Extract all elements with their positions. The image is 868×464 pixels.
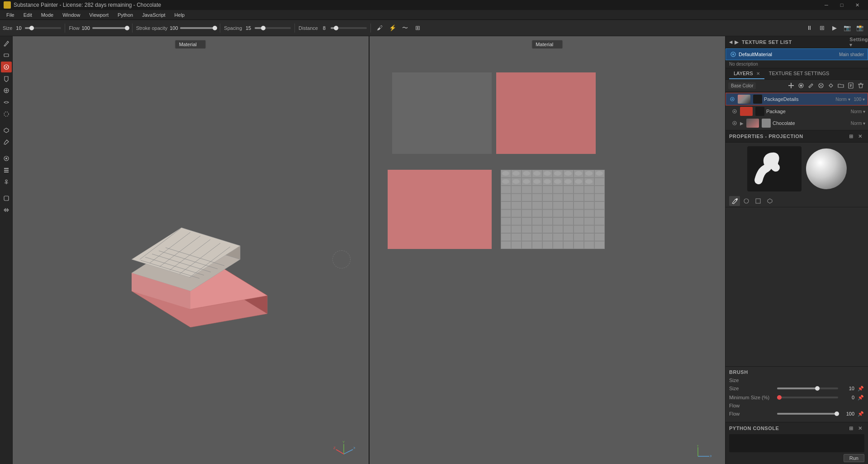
polygon-tool[interactable] — [1, 125, 12, 136]
visibility-chocolate[interactable] — [731, 120, 738, 127]
import-icon[interactable] — [846, 81, 855, 90]
layer-item-package[interactable]: Package Norm ▾ — [726, 105, 868, 117]
viewport-2d[interactable]: Material — [370, 36, 726, 464]
blur-tool[interactable] — [1, 109, 12, 120]
camera-btn[interactable]: 📷 — [842, 23, 853, 33]
fill-tool[interactable] — [1, 73, 12, 84]
layer-item-packagedetails[interactable]: PackageDetails Norm ▾ 100 ▾ — [726, 93, 868, 105]
svg-point-59 — [554, 179, 561, 184]
proj-tab-triplanar[interactable] — [764, 196, 775, 206]
edit-icon[interactable] — [806, 81, 816, 90]
texture-set-item[interactable]: DefaultMaterial Main shader — [726, 48, 868, 60]
distance-slider[interactable] — [331, 27, 367, 29]
base-color-dropdown[interactable]: Base Color — [728, 82, 756, 89]
flow-prop-slider[interactable] — [777, 413, 838, 415]
settings-label[interactable]: Settings ▾ — [856, 38, 864, 46]
render-btn[interactable]: ⊞ — [816, 23, 827, 33]
tab-texture-set-settings[interactable]: TEXTURE SET SETTINGS — [764, 68, 834, 79]
flow-label: Flow — [69, 25, 79, 31]
stroke-slider[interactable] — [180, 27, 216, 29]
layer-blend-package: Norm ▾ — [851, 109, 865, 114]
effects-icon[interactable] — [826, 81, 835, 90]
properties-header-btns: ⊞ ✕ — [847, 132, 864, 140]
smudge-tool[interactable] — [1, 97, 12, 108]
menu-item-file[interactable]: File — [2, 11, 19, 19]
svg-rect-0 — [4, 54, 9, 57]
console-run-button[interactable]: Run — [844, 454, 864, 462]
menu-item-help[interactable]: Help — [170, 11, 190, 19]
folder-expand-icon[interactable]: ▶ — [740, 121, 744, 126]
brush-minsize-prop: Minimum Size (%) 0 📌 — [729, 394, 864, 401]
svg-point-53 — [596, 171, 603, 176]
menu-item-mode[interactable]: Mode — [37, 11, 58, 19]
size-pin[interactable]: 📌 — [857, 385, 864, 392]
viewport-3d[interactable]: Material — [13, 36, 370, 464]
brush-btn[interactable]: 🖌 — [375, 23, 385, 33]
layers-tab-close[interactable]: ✕ — [756, 71, 760, 76]
console-close[interactable]: ✕ — [856, 424, 864, 432]
extra-tool2[interactable] — [1, 205, 12, 215]
anchor-tool[interactable] — [1, 177, 12, 187]
proj-tab-normal[interactable] — [741, 196, 752, 206]
layer-thumb-chocolate — [746, 119, 759, 128]
color-picker[interactable] — [1, 137, 12, 148]
minsize-prop-slider[interactable] — [777, 397, 838, 398]
layer-tool[interactable] — [1, 165, 12, 176]
menu-item-window[interactable]: Window — [58, 11, 85, 19]
projection-area — [726, 143, 868, 195]
chocolate-scene-svg — [100, 173, 281, 327]
proj-tab-uv[interactable] — [753, 196, 764, 206]
extra-tool1[interactable] — [1, 193, 12, 204]
close-button[interactable]: ✕ — [850, 0, 864, 10]
size-slider[interactable] — [25, 27, 61, 29]
symmetry-btn[interactable]: ⚡ — [387, 23, 398, 33]
pause-btn[interactable]: ⏸ — [804, 23, 815, 33]
viewport-left-dropdown[interactable]: Material — [175, 40, 206, 49]
eraser-tool[interactable] — [1, 50, 12, 61]
nav-fwd[interactable]: ▶ — [735, 39, 739, 45]
nav-back[interactable]: ◀ — [729, 40, 733, 44]
minimize-button[interactable]: ─ — [819, 0, 834, 10]
distance-label: Distance — [299, 25, 318, 31]
layer-thumb-packagedetails — [738, 95, 750, 104]
viewport-right-dropdown[interactable]: Material — [531, 40, 563, 49]
add-paint-layer[interactable] — [787, 81, 796, 90]
flow-pin[interactable]: 📌 — [857, 410, 864, 417]
screenshot-btn[interactable]: 📸 — [854, 23, 865, 33]
proj-tab-brush[interactable] — [729, 196, 740, 206]
props-expand[interactable]: ⊞ — [847, 132, 855, 140]
spacing-slider[interactable] — [255, 27, 291, 29]
paint-tool[interactable] — [1, 38, 12, 49]
menu-item-python[interactable]: Python — [113, 11, 138, 19]
bake-tool[interactable] — [1, 153, 12, 164]
console-expand[interactable]: ⊞ — [847, 424, 855, 432]
align-btn[interactable]: ⊞ — [413, 23, 423, 33]
menu-item-viewport[interactable]: Viewport — [85, 11, 113, 19]
menu-item-edit[interactable]: Edit — [19, 11, 37, 19]
maximize-button[interactable]: □ — [835, 0, 849, 10]
select-tool[interactable] — [1, 62, 12, 72]
svg-point-83 — [734, 111, 735, 112]
add-mask[interactable] — [816, 81, 825, 90]
svg-point-72 — [800, 85, 802, 87]
tab-layers[interactable]: LAYERS ✕ — [729, 68, 764, 79]
minsize-pin[interactable]: 📌 — [857, 394, 864, 401]
size-prop-slider[interactable] — [777, 387, 838, 389]
view-btn[interactable]: ▶ — [829, 23, 840, 33]
svg-text:X: X — [353, 446, 355, 450]
clone-tool[interactable] — [1, 85, 12, 96]
folder-icon[interactable] — [836, 81, 845, 90]
menu-item-javascript[interactable]: JavaScript — [138, 11, 170, 19]
visibility-packagedetails[interactable] — [729, 96, 736, 103]
delete-icon[interactable] — [856, 81, 865, 90]
props-close[interactable]: ✕ — [856, 132, 864, 140]
visibility-package[interactable] — [731, 108, 738, 115]
add-fill-layer[interactable] — [797, 81, 806, 90]
console-input-area[interactable] — [729, 434, 864, 452]
lazy-btn[interactable]: 〜 — [400, 23, 411, 33]
spacing-value: 15 — [244, 25, 253, 31]
texture-set-name: DefaultMaterial — [739, 52, 839, 57]
flow-slider[interactable] — [92, 27, 128, 29]
layer-item-chocolate[interactable]: ▶ Chocolate Norm ▾ — [726, 117, 868, 129]
properties-title: PROPERTIES - PROJECTION — [729, 134, 803, 139]
